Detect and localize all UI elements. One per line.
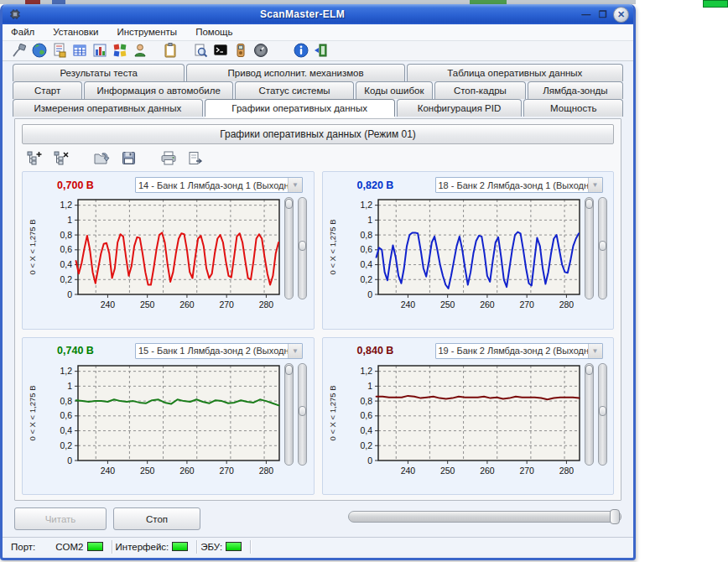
- minimize-button[interactable]: —: [580, 8, 593, 20]
- svg-text:0,2: 0,2: [360, 440, 372, 450]
- scale-slider[interactable]: [585, 363, 594, 466]
- chart-panel-bank1-sensor1: 0,700 В 14 - Банк 1 Лямбда-зонд 1 (Выход…: [22, 171, 315, 330]
- add-pid-button[interactable]: [25, 149, 44, 166]
- print-icon: [160, 151, 177, 165]
- tab-freeze-frames[interactable]: Стоп-кадры: [434, 81, 526, 99]
- export-button[interactable]: [186, 149, 205, 166]
- pid-selector[interactable]: 18 - Банк 2 Лямбда-зонд 1 (Выходное ▼: [435, 177, 603, 193]
- export-icon: [187, 151, 204, 165]
- slider-thumb[interactable]: [299, 406, 306, 416]
- chevron-down-icon[interactable]: ▼: [288, 344, 302, 358]
- toolbar-connect-button[interactable]: [9, 41, 29, 60]
- tab-test-results[interactable]: Результаты теста: [13, 64, 185, 81]
- chevron-down-icon[interactable]: ▼: [288, 178, 302, 192]
- close-button[interactable]: ✕: [613, 7, 629, 23]
- svg-text:0: 0: [367, 289, 372, 299]
- tab-vehicle-info[interactable]: Информация о автомобиле: [84, 81, 233, 99]
- slider-thumb[interactable]: [585, 199, 593, 209]
- save-button[interactable]: [119, 149, 138, 166]
- toolbar-report-button[interactable]: [49, 41, 70, 60]
- svg-text:250: 250: [439, 466, 455, 476]
- scale-slider[interactable]: [284, 363, 294, 466]
- window-title: ScanMaster-ELM: [25, 8, 580, 20]
- sensor-value: 0,820 В: [326, 180, 425, 191]
- toolbar-colors-button[interactable]: [110, 41, 130, 60]
- tab-live-data-measure[interactable]: Измерения оперативных данных: [13, 99, 203, 117]
- restore-button[interactable]: ❐: [596, 8, 610, 20]
- app-window: ScanMaster-ELM — ❐ ✕ Файл Установки Инст…: [0, 4, 636, 560]
- clipboard-icon: [162, 42, 179, 59]
- tab-actuator-drive[interactable]: Привод исполнит. механизмов: [186, 64, 404, 81]
- pid-selector[interactable]: 19 - Банк 2 Лямбда-зонд 2 (Выходное ▼: [435, 343, 603, 359]
- slider-thumb[interactable]: [599, 406, 606, 416]
- toolbar-user-button[interactable]: [130, 41, 150, 60]
- search-icon: [192, 42, 209, 59]
- time-scrollbar-thumb[interactable]: [610, 509, 620, 524]
- toolbar-meter-button[interactable]: [231, 41, 251, 60]
- slider-thumb[interactable]: [599, 241, 606, 251]
- menu-help[interactable]: Помощь: [195, 27, 232, 37]
- terminal-icon: [212, 42, 229, 59]
- chart-icon: [91, 42, 108, 59]
- svg-text:0,8: 0,8: [60, 230, 72, 240]
- interface-led: [172, 542, 188, 551]
- slider-thumb[interactable]: [299, 241, 306, 251]
- print-button[interactable]: [159, 149, 178, 166]
- toolbar-chart-button[interactable]: [90, 41, 110, 60]
- tab-live-data-table[interactable]: Таблица оперативных данных: [407, 64, 623, 81]
- tab-pid-config[interactable]: Конфигурация PID: [397, 99, 523, 117]
- chevron-down-icon[interactable]: ▼: [588, 178, 602, 192]
- slider-thumb[interactable]: [285, 199, 293, 209]
- svg-text:0: 0: [367, 455, 372, 465]
- save-icon: [122, 151, 136, 165]
- toolbar-info-button[interactable]: [291, 41, 311, 60]
- menu-file[interactable]: Файл: [11, 27, 34, 37]
- tab-lambda-sensors[interactable]: Лямбда-зонды: [528, 81, 623, 99]
- svg-text:0 < X < 1,275 В: 0 < X < 1,275 В: [328, 220, 337, 275]
- toolbar-table-button[interactable]: [70, 41, 90, 60]
- menu-settings[interactable]: Установки: [53, 27, 98, 37]
- graphs-page: Графики оперативных данных (Режим 01): [14, 118, 621, 501]
- slider-thumb[interactable]: [585, 365, 593, 375]
- time-scrollbar[interactable]: [348, 511, 621, 523]
- toolbar-exit-button[interactable]: [311, 41, 331, 60]
- offset-slider[interactable]: [298, 363, 307, 466]
- svg-text:280: 280: [559, 466, 574, 476]
- tab-error-codes[interactable]: Коды ошибок: [356, 81, 433, 99]
- slider-thumb[interactable]: [285, 365, 293, 375]
- titlebar[interactable]: ScanMaster-ELM — ❐ ✕: [3, 4, 633, 24]
- svg-text:0,2: 0,2: [360, 274, 372, 284]
- svg-text:280: 280: [559, 299, 574, 310]
- pid-selector[interactable]: 15 - Банк 1 Лямбда-зонд 2 (Выходное ▼: [135, 343, 303, 359]
- offset-slider[interactable]: [598, 197, 607, 299]
- tab-power[interactable]: Мощность: [523, 99, 623, 117]
- svg-text:240: 240: [400, 299, 415, 310]
- svg-text:0,6: 0,6: [360, 410, 372, 420]
- offset-slider[interactable]: [598, 363, 607, 466]
- open-button[interactable]: [92, 149, 111, 166]
- tab-start[interactable]: Старт: [13, 81, 82, 99]
- toolbar-globe-button[interactable]: [29, 41, 49, 60]
- sensor-value: 0,700 В: [26, 180, 125, 191]
- svg-text:1,2: 1,2: [60, 200, 72, 210]
- toolbar-search-button[interactable]: [190, 41, 211, 60]
- menu-tools[interactable]: Инструменты: [117, 27, 177, 37]
- pid-selector[interactable]: 14 - Банк 1 Лямбда-зонд 1 (Выходное ▼: [135, 177, 303, 193]
- offset-slider[interactable]: [298, 197, 307, 299]
- remove-pid-button[interactable]: [52, 149, 70, 166]
- tab-system-status[interactable]: Статус системы: [235, 81, 354, 99]
- svg-text:1,2: 1,2: [360, 366, 372, 376]
- tab-live-data-graphs[interactable]: Графики оперативных данных: [205, 99, 395, 117]
- toolbar-gauge-button[interactable]: [251, 41, 271, 60]
- toolbar-clipboard-button[interactable]: [160, 41, 180, 60]
- menubar: Файл Установки Инструменты Помощь: [3, 24, 633, 41]
- scale-slider[interactable]: [585, 197, 594, 299]
- read-button[interactable]: Читать: [14, 507, 107, 530]
- exit-icon: [313, 42, 330, 59]
- gauge-icon: [252, 42, 269, 59]
- toolbar-terminal-button[interactable]: [211, 41, 231, 60]
- scale-slider[interactable]: [284, 197, 294, 299]
- chevron-down-icon[interactable]: ▼: [588, 344, 602, 358]
- svg-text:250: 250: [439, 299, 455, 310]
- stop-button[interactable]: Стоп: [113, 507, 200, 530]
